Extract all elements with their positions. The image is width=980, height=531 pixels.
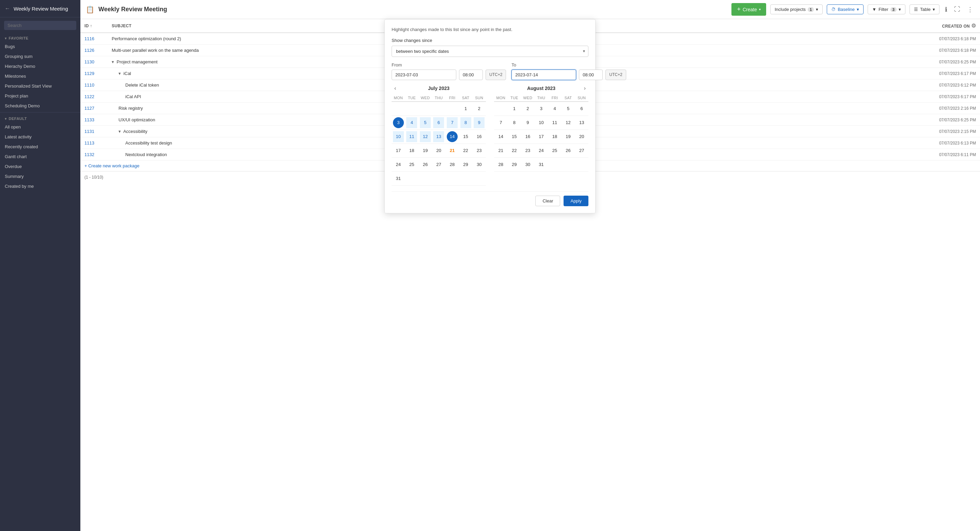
calendar-day[interactable]: 31 — [393, 173, 404, 184]
sidebar-item-hierachy-demo[interactable]: Hierachy Demo — [0, 61, 80, 71]
calendar-day[interactable]: 13 — [433, 131, 444, 142]
calendar-day[interactable]: 7 — [495, 117, 506, 128]
prev-month-button[interactable]: ‹ — [391, 85, 399, 92]
calendar-day[interactable]: 31 — [536, 159, 547, 170]
row-id[interactable]: 1116 — [80, 33, 108, 45]
calendar-day[interactable]: 25 — [406, 159, 417, 170]
calendar-day[interactable]: 21 — [495, 145, 506, 156]
calendar-day[interactable]: 9 — [522, 117, 533, 128]
calendar-day[interactable]: 15 — [460, 131, 471, 142]
calendar-day[interactable]: 16 — [522, 131, 533, 142]
calendar-day[interactable]: 12 — [563, 117, 574, 128]
calendar-day[interactable]: 11 — [406, 131, 417, 142]
sidebar-item-created-by-me[interactable]: Created by me — [0, 181, 80, 191]
calendar-day[interactable]: 10 — [393, 131, 404, 142]
more-button[interactable]: ⋮ — [966, 5, 975, 15]
calendar-day[interactable]: 17 — [536, 131, 547, 142]
to-time-input[interactable] — [579, 70, 603, 80]
row-id[interactable]: 1127 — [80, 103, 108, 114]
calendar-day[interactable]: 15 — [509, 131, 520, 142]
from-date-input[interactable] — [391, 70, 456, 80]
calendar-day[interactable]: 9 — [474, 117, 485, 128]
sidebar-item-summary[interactable]: Summary — [0, 171, 80, 181]
calendar-day[interactable]: 18 — [406, 145, 417, 156]
calendar-day[interactable]: 30 — [474, 159, 485, 170]
row-id[interactable]: 1129 — [80, 68, 108, 80]
from-tz-button[interactable]: UTC+2 — [485, 70, 506, 80]
apply-button[interactable]: Apply — [563, 196, 589, 206]
calendar-day[interactable]: 28 — [447, 159, 458, 170]
search-input[interactable] — [4, 21, 76, 30]
calendar-day[interactable]: 22 — [460, 145, 471, 156]
calendar-day[interactable]: 21 — [447, 145, 458, 156]
calendar-day[interactable]: 5 — [420, 117, 431, 128]
date-range-select[interactable]: between two specific dates a specific da… — [391, 46, 589, 57]
to-date-input[interactable] — [511, 70, 576, 80]
calendar-day[interactable]: 14 — [495, 131, 506, 142]
expand-icon[interactable]: ▾ — [118, 129, 121, 134]
create-button[interactable]: + Create ▾ — [732, 3, 766, 16]
calendar-day[interactable]: 4 — [549, 103, 560, 114]
sidebar-item-scheduling-demo[interactable]: Scheduling Demo — [0, 101, 80, 111]
row-id[interactable]: 1122 — [80, 91, 108, 103]
calendar-day[interactable]: 27 — [433, 159, 444, 170]
calendar-day[interactable]: 12 — [420, 131, 431, 142]
row-id[interactable]: 1130 — [80, 56, 108, 68]
expand-icon[interactable]: ▾ — [118, 71, 121, 76]
filter-button[interactable]: ▼ Filter 3 ▾ — [868, 5, 905, 14]
calendar-day[interactable]: 13 — [576, 117, 587, 128]
row-id[interactable]: 1132 — [80, 149, 108, 161]
row-id[interactable]: 1126 — [80, 45, 108, 56]
calendar-day[interactable]: 6 — [576, 103, 587, 114]
calendar-day[interactable]: 11 — [549, 117, 560, 128]
calendar-day[interactable]: 26 — [563, 145, 574, 156]
sidebar-item-milestones[interactable]: Milestones — [0, 71, 80, 81]
calendar-day[interactable]: 16 — [474, 131, 485, 142]
row-id[interactable]: 1110 — [80, 80, 108, 91]
baseline-button[interactable]: ⏱ Baseline ▾ — [827, 5, 864, 14]
sidebar-item-grouping-sum[interactable]: Grouping sum — [0, 51, 80, 61]
sidebar-item-recently-created[interactable]: Recently created — [0, 142, 80, 151]
calendar-day[interactable]: 2 — [474, 103, 485, 114]
sidebar-item-bugs[interactable]: Bugs — [0, 41, 80, 51]
calendar-day[interactable]: 18 — [549, 131, 560, 142]
next-month-button[interactable]: › — [581, 85, 589, 92]
calendar-day[interactable]: 23 — [522, 145, 533, 156]
calendar-day[interactable]: 19 — [563, 131, 574, 142]
sidebar-item-overdue[interactable]: Overdue — [0, 161, 80, 171]
calendar-day[interactable]: 3 — [393, 117, 404, 128]
row-id[interactable]: 1113 — [80, 137, 108, 149]
calendar-day[interactable]: 29 — [460, 159, 471, 170]
include-projects-button[interactable]: Include projects 1 ▾ — [770, 5, 822, 14]
calendar-day[interactable]: 17 — [393, 145, 404, 156]
calendar-day[interactable]: 23 — [474, 145, 485, 156]
calendar-day[interactable]: 8 — [460, 117, 471, 128]
calendar-day[interactable]: 28 — [495, 159, 506, 170]
fullscreen-button[interactable]: ⛶ — [953, 5, 962, 14]
calendar-day[interactable]: 29 — [509, 159, 520, 170]
col-created-on[interactable]: CREATED ON ⚙ — [700, 19, 980, 33]
calendar-day[interactable]: 7 — [447, 117, 458, 128]
column-settings-icon[interactable]: ⚙ — [971, 23, 976, 29]
table-button[interactable]: ☰ Table ▾ — [910, 5, 939, 14]
calendar-day[interactable]: 20 — [433, 145, 444, 156]
calendar-day[interactable]: 5 — [563, 103, 574, 114]
clear-button[interactable]: Clear — [535, 196, 560, 206]
sidebar-item-gantt-chart[interactable]: Gantt chart — [0, 151, 80, 161]
calendar-day[interactable]: 24 — [393, 159, 404, 170]
sidebar-item-latest-activity[interactable]: Latest activity — [0, 132, 80, 142]
calendar-day[interactable]: 1 — [460, 103, 471, 114]
calendar-day[interactable]: 19 — [420, 145, 431, 156]
sidebar-item-personalized-start-view[interactable]: Personalized Start View — [0, 81, 80, 91]
calendar-day[interactable]: 26 — [420, 159, 431, 170]
row-id[interactable]: 1133 — [80, 114, 108, 126]
calendar-day[interactable]: 3 — [536, 103, 547, 114]
sidebar-item-all-open[interactable]: All open — [0, 122, 80, 132]
calendar-day[interactable]: 4 — [406, 117, 417, 128]
info-button[interactable]: ℹ — [943, 5, 949, 15]
calendar-day[interactable]: 27 — [576, 145, 587, 156]
back-icon[interactable]: ← — [5, 5, 10, 11]
to-tz-button[interactable]: UTC+2 — [605, 70, 626, 80]
from-time-input[interactable] — [459, 70, 483, 80]
row-id[interactable]: 1131 — [80, 126, 108, 137]
